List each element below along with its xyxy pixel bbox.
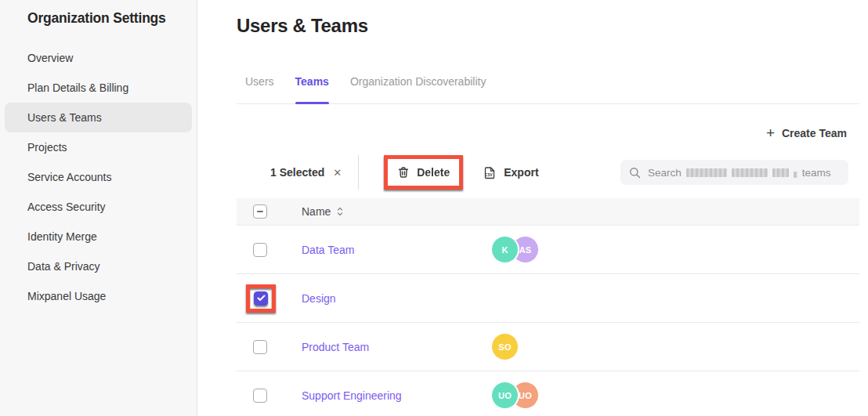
sidebar-item-service-accounts[interactable]: Service Accounts xyxy=(5,162,192,192)
teams-table: Name Data Team K AS xyxy=(237,198,859,416)
redacted-text-block xyxy=(794,172,797,178)
delete-button[interactable]: Delete xyxy=(388,159,459,186)
create-team-label: Create Team xyxy=(782,127,847,139)
trash-icon xyxy=(397,166,410,179)
indeterminate-mark xyxy=(257,211,263,212)
svg-text:CSV: CSV xyxy=(485,173,493,177)
row-checkbox-cell xyxy=(237,389,302,403)
selection-status: 1 Selected ✕ xyxy=(270,165,343,180)
select-all-checkbox[interactable] xyxy=(253,204,267,219)
active-tab-underline xyxy=(295,102,329,104)
header-checkbox-cell xyxy=(237,204,302,219)
sidebar-item-overview[interactable]: Overview xyxy=(5,43,192,73)
plus-icon: + xyxy=(766,128,775,139)
row-checkbox-support-engineering[interactable] xyxy=(253,389,267,403)
table-row: Product Team SO xyxy=(237,323,859,371)
tab-bar: Users Teams Organization Discoverability xyxy=(237,75,859,104)
team-link-product-team[interactable]: Product Team xyxy=(302,341,369,353)
table-row: Support Engineering UO UO xyxy=(237,371,859,416)
row-name-cell: Support Engineering xyxy=(302,389,492,402)
row-checkbox-cell xyxy=(237,243,302,257)
sidebar-item-plan-details-billing[interactable]: Plan Details & Billing xyxy=(5,73,192,103)
team-members-avatars: SO xyxy=(492,334,518,360)
name-column-sort[interactable]: Name xyxy=(302,205,492,218)
csv-file-icon: CSV xyxy=(483,166,497,179)
row-checkbox-design[interactable] xyxy=(254,291,268,306)
avatar: K xyxy=(492,237,518,262)
tab-teams[interactable]: Teams xyxy=(295,75,329,103)
row-checkbox-product-team[interactable] xyxy=(253,340,267,354)
bulk-actions-toolbar: 1 Selected ✕ Delete xyxy=(237,155,859,190)
tab-users[interactable]: Users xyxy=(245,75,274,103)
delete-label: Delete xyxy=(417,166,450,179)
settings-sidebar: Organization Settings Overview Plan Deta… xyxy=(0,0,197,416)
row-checkbox-data-team[interactable] xyxy=(253,243,267,257)
table-header-row: Name xyxy=(237,198,859,226)
row-name-cell: Design xyxy=(302,292,492,305)
team-link-data-team[interactable]: Data Team xyxy=(302,244,354,256)
search-icon xyxy=(629,167,641,179)
team-link-support-engineering[interactable]: Support Engineering xyxy=(302,389,402,402)
sidebar-item-data-privacy[interactable]: Data & Privacy xyxy=(5,251,192,281)
redacted-text-block xyxy=(772,168,789,177)
sidebar-nav: Overview Plan Details & Billing Users & … xyxy=(0,43,197,311)
page-title: Users & Teams xyxy=(237,15,859,37)
annotation-box-delete: Delete xyxy=(384,155,463,190)
export-label: Export xyxy=(504,166,538,179)
redacted-text-block xyxy=(686,168,727,177)
annotation-box-checkbox xyxy=(246,284,276,313)
row-checkbox-cell xyxy=(237,284,302,313)
tab-organization-discoverability[interactable]: Organization Discoverability xyxy=(350,75,486,103)
avatar: SO xyxy=(492,334,518,360)
avatar: UO xyxy=(492,382,518,408)
selected-count-label: 1 Selected xyxy=(270,166,324,179)
team-members-avatars: K AS xyxy=(492,237,538,262)
search-placeholder: Search teams xyxy=(648,167,831,179)
toolbar-divider xyxy=(358,155,359,190)
sidebar-title: Organization Settings xyxy=(0,0,197,27)
redacted-text-block xyxy=(732,168,768,177)
row-name-cell: Product Team xyxy=(302,341,492,353)
create-team-button[interactable]: + Create Team xyxy=(766,127,847,139)
sort-icon xyxy=(337,207,343,216)
sidebar-item-access-security[interactable]: Access Security xyxy=(5,192,192,222)
name-header-cell: Name xyxy=(302,205,492,218)
sidebar-item-mixpanel-usage[interactable]: Mixpanel Usage xyxy=(5,281,192,311)
clear-selection-icon[interactable]: ✕ xyxy=(331,165,343,180)
search-teams-input[interactable]: Search teams xyxy=(620,160,848,185)
table-row: Data Team K AS xyxy=(237,226,859,274)
table-row: Design xyxy=(237,274,859,323)
team-members-avatars: UO UO xyxy=(492,382,538,408)
sidebar-item-users-teams[interactable]: Users & Teams xyxy=(5,103,192,132)
row-name-cell: Data Team xyxy=(302,244,492,256)
export-button[interactable]: CSV Export xyxy=(480,155,541,190)
row-checkbox-cell xyxy=(237,340,302,354)
users-teams-page: Users & Teams Users Teams Organization D… xyxy=(237,0,859,416)
checkmark-icon xyxy=(257,295,266,302)
sidebar-item-projects[interactable]: Projects xyxy=(5,132,192,162)
sidebar-item-identity-merge[interactable]: Identity Merge xyxy=(5,222,192,251)
team-link-design[interactable]: Design xyxy=(302,292,336,305)
